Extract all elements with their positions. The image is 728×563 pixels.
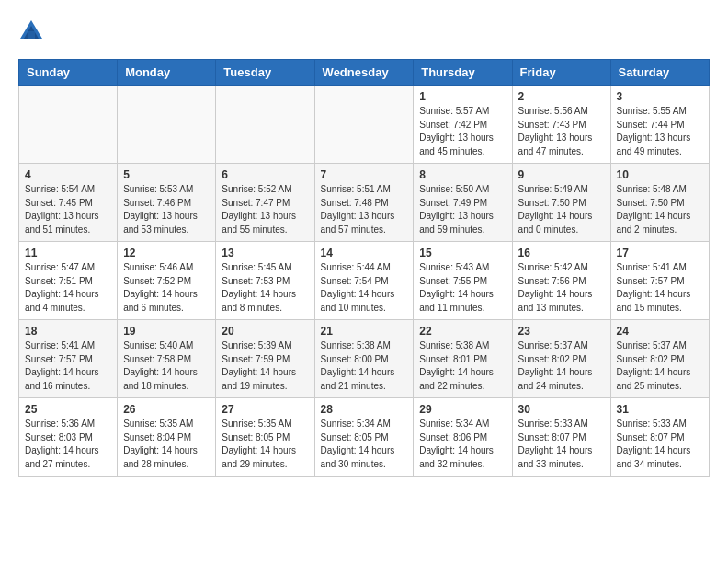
cell-content: Sunrise: 5:35 AM Sunset: 8:05 PM Dayligh… bbox=[222, 418, 308, 471]
weekday-header-friday: Friday bbox=[512, 60, 610, 86]
calendar-cell: 10Sunrise: 5:48 AM Sunset: 7:50 PM Dayli… bbox=[610, 164, 709, 242]
cell-content: Sunrise: 5:52 AM Sunset: 7:47 PM Dayligh… bbox=[222, 183, 308, 236]
cell-content: Sunrise: 5:44 AM Sunset: 7:54 PM Dayligh… bbox=[321, 261, 408, 315]
calendar-cell: 11Sunrise: 5:47 AM Sunset: 7:51 PM Dayli… bbox=[19, 242, 118, 320]
calendar-cell: 20Sunrise: 5:39 AM Sunset: 7:59 PM Dayli… bbox=[216, 320, 314, 398]
calendar-cell: 26Sunrise: 5:35 AM Sunset: 8:04 PM Dayli… bbox=[118, 398, 216, 477]
cell-content: Sunrise: 5:34 AM Sunset: 8:05 PM Dayligh… bbox=[321, 418, 408, 471]
cell-content: Sunrise: 5:40 AM Sunset: 7:58 PM Dayligh… bbox=[123, 339, 210, 393]
day-number: 29 bbox=[419, 403, 506, 416]
calendar-week-row: 4Sunrise: 5:54 AM Sunset: 7:45 PM Daylig… bbox=[19, 164, 710, 242]
calendar-cell: 4Sunrise: 5:54 AM Sunset: 7:45 PM Daylig… bbox=[19, 164, 118, 242]
day-number: 28 bbox=[321, 403, 408, 416]
calendar-cell: 8Sunrise: 5:50 AM Sunset: 7:49 PM Daylig… bbox=[414, 164, 512, 242]
cell-content: Sunrise: 5:45 AM Sunset: 7:53 PM Dayligh… bbox=[222, 261, 308, 315]
day-number: 24 bbox=[617, 325, 703, 338]
calendar-cell bbox=[314, 86, 414, 164]
calendar-cell: 3Sunrise: 5:55 AM Sunset: 7:44 PM Daylig… bbox=[610, 86, 709, 164]
day-number: 23 bbox=[518, 325, 605, 338]
weekday-header-saturday: Saturday bbox=[610, 60, 709, 86]
day-number: 13 bbox=[222, 247, 308, 259]
calendar-header-row: SundayMondayTuesdayWednesdayThursdayFrid… bbox=[19, 60, 710, 86]
day-number: 17 bbox=[617, 247, 703, 259]
weekday-header-thursday: Thursday bbox=[414, 60, 512, 86]
calendar-week-row: 11Sunrise: 5:47 AM Sunset: 7:51 PM Dayli… bbox=[19, 242, 710, 320]
day-number: 15 bbox=[419, 247, 506, 259]
day-number: 25 bbox=[25, 403, 111, 416]
calendar-cell: 9Sunrise: 5:49 AM Sunset: 7:50 PM Daylig… bbox=[512, 164, 610, 242]
calendar-cell: 29Sunrise: 5:34 AM Sunset: 8:06 PM Dayli… bbox=[414, 398, 512, 477]
day-number: 27 bbox=[222, 403, 308, 416]
cell-content: Sunrise: 5:51 AM Sunset: 7:48 PM Dayligh… bbox=[321, 183, 408, 236]
header bbox=[18, 18, 710, 44]
calendar-cell: 14Sunrise: 5:44 AM Sunset: 7:54 PM Dayli… bbox=[314, 242, 414, 320]
calendar-cell: 25Sunrise: 5:36 AM Sunset: 8:03 PM Dayli… bbox=[19, 398, 118, 477]
cell-content: Sunrise: 5:41 AM Sunset: 7:57 PM Dayligh… bbox=[617, 261, 703, 315]
day-number: 19 bbox=[123, 325, 210, 338]
page: SundayMondayTuesdayWednesdayThursdayFrid… bbox=[0, 0, 728, 495]
calendar-cell: 15Sunrise: 5:43 AM Sunset: 7:55 PM Dayli… bbox=[414, 242, 512, 320]
day-number: 14 bbox=[321, 247, 408, 259]
cell-content: Sunrise: 5:38 AM Sunset: 8:00 PM Dayligh… bbox=[321, 339, 408, 393]
day-number: 8 bbox=[419, 168, 506, 181]
day-number: 30 bbox=[518, 403, 605, 416]
logo-icon bbox=[18, 18, 44, 44]
calendar-cell: 21Sunrise: 5:38 AM Sunset: 8:00 PM Dayli… bbox=[314, 320, 414, 398]
calendar-cell: 7Sunrise: 5:51 AM Sunset: 7:48 PM Daylig… bbox=[314, 164, 414, 242]
calendar-week-row: 18Sunrise: 5:41 AM Sunset: 7:57 PM Dayli… bbox=[19, 320, 710, 398]
day-number: 7 bbox=[321, 168, 408, 181]
calendar-cell bbox=[118, 86, 216, 164]
cell-content: Sunrise: 5:54 AM Sunset: 7:45 PM Dayligh… bbox=[25, 183, 111, 236]
cell-content: Sunrise: 5:33 AM Sunset: 8:07 PM Dayligh… bbox=[518, 418, 605, 471]
day-number: 11 bbox=[25, 247, 111, 259]
day-number: 1 bbox=[419, 90, 506, 103]
day-number: 16 bbox=[518, 247, 605, 259]
day-number: 10 bbox=[617, 168, 703, 181]
weekday-header-monday: Monday bbox=[118, 60, 216, 86]
calendar-cell: 16Sunrise: 5:42 AM Sunset: 7:56 PM Dayli… bbox=[512, 242, 610, 320]
cell-content: Sunrise: 5:55 AM Sunset: 7:44 PM Dayligh… bbox=[617, 105, 703, 158]
calendar-cell: 19Sunrise: 5:40 AM Sunset: 7:58 PM Dayli… bbox=[118, 320, 216, 398]
cell-content: Sunrise: 5:37 AM Sunset: 8:02 PM Dayligh… bbox=[617, 339, 703, 393]
day-number: 31 bbox=[617, 403, 703, 416]
calendar-cell: 22Sunrise: 5:38 AM Sunset: 8:01 PM Dayli… bbox=[414, 320, 512, 398]
cell-content: Sunrise: 5:43 AM Sunset: 7:55 PM Dayligh… bbox=[419, 261, 506, 315]
calendar-cell: 13Sunrise: 5:45 AM Sunset: 7:53 PM Dayli… bbox=[216, 242, 314, 320]
cell-content: Sunrise: 5:57 AM Sunset: 7:42 PM Dayligh… bbox=[419, 105, 506, 158]
day-number: 5 bbox=[123, 168, 210, 181]
cell-content: Sunrise: 5:37 AM Sunset: 8:02 PM Dayligh… bbox=[518, 339, 605, 393]
cell-content: Sunrise: 5:56 AM Sunset: 7:43 PM Dayligh… bbox=[518, 105, 605, 158]
cell-content: Sunrise: 5:53 AM Sunset: 7:46 PM Dayligh… bbox=[123, 183, 210, 236]
calendar-cell: 2Sunrise: 5:56 AM Sunset: 7:43 PM Daylig… bbox=[512, 86, 610, 164]
calendar-week-row: 1Sunrise: 5:57 AM Sunset: 7:42 PM Daylig… bbox=[19, 86, 710, 164]
logo bbox=[18, 18, 48, 44]
day-number: 20 bbox=[222, 325, 308, 338]
calendar-table: SundayMondayTuesdayWednesdayThursdayFrid… bbox=[18, 59, 710, 477]
calendar-cell: 31Sunrise: 5:33 AM Sunset: 8:07 PM Dayli… bbox=[610, 398, 709, 477]
weekday-header-tuesday: Tuesday bbox=[216, 60, 314, 86]
calendar-cell: 18Sunrise: 5:41 AM Sunset: 7:57 PM Dayli… bbox=[19, 320, 118, 398]
calendar-cell bbox=[19, 86, 118, 164]
calendar-cell: 23Sunrise: 5:37 AM Sunset: 8:02 PM Dayli… bbox=[512, 320, 610, 398]
cell-content: Sunrise: 5:41 AM Sunset: 7:57 PM Dayligh… bbox=[25, 339, 111, 393]
day-number: 12 bbox=[123, 247, 210, 259]
cell-content: Sunrise: 5:46 AM Sunset: 7:52 PM Dayligh… bbox=[123, 261, 210, 315]
day-number: 2 bbox=[518, 90, 605, 103]
day-number: 4 bbox=[25, 168, 111, 181]
calendar-cell: 24Sunrise: 5:37 AM Sunset: 8:02 PM Dayli… bbox=[610, 320, 709, 398]
calendar-cell: 30Sunrise: 5:33 AM Sunset: 8:07 PM Dayli… bbox=[512, 398, 610, 477]
day-number: 18 bbox=[25, 325, 111, 338]
cell-content: Sunrise: 5:36 AM Sunset: 8:03 PM Dayligh… bbox=[25, 418, 111, 471]
day-number: 3 bbox=[617, 90, 703, 103]
calendar-cell: 28Sunrise: 5:34 AM Sunset: 8:05 PM Dayli… bbox=[314, 398, 414, 477]
cell-content: Sunrise: 5:50 AM Sunset: 7:49 PM Dayligh… bbox=[419, 183, 506, 236]
cell-content: Sunrise: 5:49 AM Sunset: 7:50 PM Dayligh… bbox=[518, 183, 605, 236]
cell-content: Sunrise: 5:39 AM Sunset: 7:59 PM Dayligh… bbox=[222, 339, 308, 393]
cell-content: Sunrise: 5:47 AM Sunset: 7:51 PM Dayligh… bbox=[25, 261, 111, 315]
svg-rect-2 bbox=[28, 31, 35, 39]
calendar-cell: 1Sunrise: 5:57 AM Sunset: 7:42 PM Daylig… bbox=[414, 86, 512, 164]
day-number: 26 bbox=[123, 403, 210, 416]
calendar-cell: 6Sunrise: 5:52 AM Sunset: 7:47 PM Daylig… bbox=[216, 164, 314, 242]
cell-content: Sunrise: 5:35 AM Sunset: 8:04 PM Dayligh… bbox=[123, 418, 210, 471]
cell-content: Sunrise: 5:48 AM Sunset: 7:50 PM Dayligh… bbox=[617, 183, 703, 236]
